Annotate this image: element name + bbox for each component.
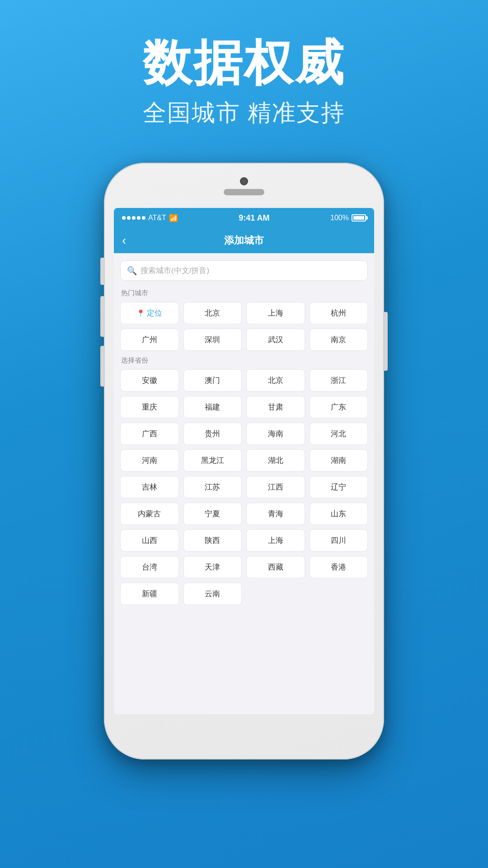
phone-btn-left-mid2 <box>100 346 104 387</box>
province-button[interactable]: 江苏 <box>183 476 242 498</box>
hot-city-button[interactable]: 南京 <box>310 329 368 351</box>
hot-city-button[interactable]: 北京 <box>183 302 242 324</box>
province-button[interactable]: 青海 <box>246 503 305 525</box>
province-button[interactable]: 陕西 <box>183 529 242 552</box>
carrier-label: AT&T <box>148 214 166 222</box>
province-button[interactable]: 内蒙古 <box>120 503 179 525</box>
province-button[interactable]: 辽宁 <box>310 476 368 498</box>
nav-title: 添加城市 <box>224 234 264 247</box>
phone-btn-left-mid1 <box>100 296 104 337</box>
search-icon: 🔍 <box>127 266 137 276</box>
province-button[interactable]: 湖北 <box>246 449 305 472</box>
speaker <box>224 189 264 195</box>
province-button[interactable]: 上海 <box>246 529 305 552</box>
province-button[interactable]: 河北 <box>310 423 368 445</box>
province-button[interactable]: 四川 <box>310 529 368 552</box>
province-button[interactable]: 山西 <box>120 529 179 552</box>
phone-btn-right <box>384 312 388 371</box>
wifi-icon: 📶 <box>169 214 178 222</box>
province-button[interactable]: 黑龙江 <box>183 449 242 472</box>
signal-dot <box>142 216 145 220</box>
content-area: 🔍 搜索城市(中文/拼音) 热门城市 📍定位北京上海杭州广州深圳武汉南京 选择省… <box>114 253 374 714</box>
status-bar: AT&T 📶 9:41 AM 100% <box>114 208 374 228</box>
provinces-label: 选择省份 <box>120 356 368 365</box>
phone-top-details <box>224 177 264 195</box>
hero-subtitle: 全国城市 精准支持 <box>0 97 488 129</box>
signal-dot <box>132 216 136 220</box>
province-button[interactable]: 安徽 <box>120 369 179 392</box>
province-button[interactable]: 天津 <box>183 556 242 578</box>
province-button[interactable]: 福建 <box>183 396 242 418</box>
status-time: 9:41 AM <box>239 213 269 223</box>
province-button[interactable]: 澳门 <box>183 369 242 392</box>
province-button[interactable]: 吉林 <box>120 476 179 498</box>
search-placeholder: 搜索城市(中文/拼音) <box>141 265 361 276</box>
provinces-grid: 安徽澳门北京浙江重庆福建甘肃广东广西贵州海南河北河南黑龙江湖北湖南吉林江苏江西辽… <box>120 369 368 605</box>
province-button[interactable]: 河南 <box>120 449 179 472</box>
location-pin-icon: 📍 <box>136 309 145 317</box>
battery-percent: 100% <box>330 214 349 222</box>
province-button[interactable]: 西藏 <box>246 556 305 578</box>
province-button[interactable]: 云南 <box>183 583 242 605</box>
province-button[interactable]: 广西 <box>120 423 179 445</box>
hot-cities-label: 热门城市 <box>120 289 368 297</box>
signal-dots <box>122 216 145 220</box>
hot-city-button[interactable]: 武汉 <box>246 329 305 351</box>
status-right: 100% <box>330 214 366 222</box>
hot-city-button[interactable]: 📍定位 <box>120 302 179 324</box>
province-button[interactable]: 浙江 <box>310 369 368 392</box>
hero-title: 数据权威 <box>0 36 488 90</box>
province-button[interactable]: 江西 <box>246 476 305 498</box>
signal-dot <box>127 216 131 220</box>
nav-bar: ‹ 添加城市 <box>114 228 374 253</box>
province-button[interactable]: 台湾 <box>120 556 179 578</box>
battery-icon <box>352 214 366 222</box>
hot-cities-grid: 📍定位北京上海杭州广州深圳武汉南京 <box>120 302 368 351</box>
search-bar[interactable]: 🔍 搜索城市(中文/拼音) <box>120 260 368 281</box>
hot-city-button[interactable]: 杭州 <box>310 302 368 324</box>
province-button[interactable]: 香港 <box>310 556 368 578</box>
province-button[interactable]: 宁夏 <box>183 503 242 525</box>
province-button[interactable]: 广东 <box>310 396 368 418</box>
hot-city-button[interactable]: 深圳 <box>183 329 242 351</box>
signal-dot <box>137 216 141 220</box>
province-button[interactable]: 贵州 <box>183 423 242 445</box>
hot-city-button[interactable]: 上海 <box>246 302 305 324</box>
hot-city-button[interactable]: 广州 <box>120 329 179 351</box>
province-button[interactable]: 海南 <box>246 423 305 445</box>
province-button[interactable]: 湖南 <box>310 449 368 472</box>
province-button[interactable]: 山东 <box>310 503 368 525</box>
phone-btn-left-top <box>100 258 104 285</box>
hero-section: 数据权威 全国城市 精准支持 <box>0 36 488 129</box>
phone-screen: AT&T 📶 9:41 AM 100% ‹ 添加城市 <box>114 208 374 714</box>
back-button[interactable]: ‹ <box>122 233 126 248</box>
province-button[interactable]: 甘肃 <box>246 396 305 418</box>
front-camera <box>240 177 248 185</box>
province-button[interactable]: 北京 <box>246 369 305 392</box>
signal-dot <box>122 216 126 220</box>
phone-wrapper: AT&T 📶 9:41 AM 100% ‹ 添加城市 <box>104 163 384 760</box>
battery-fill <box>353 216 364 220</box>
status-left: AT&T 📶 <box>122 214 178 222</box>
province-button[interactable]: 重庆 <box>120 396 179 418</box>
province-button[interactable]: 新疆 <box>120 583 179 605</box>
